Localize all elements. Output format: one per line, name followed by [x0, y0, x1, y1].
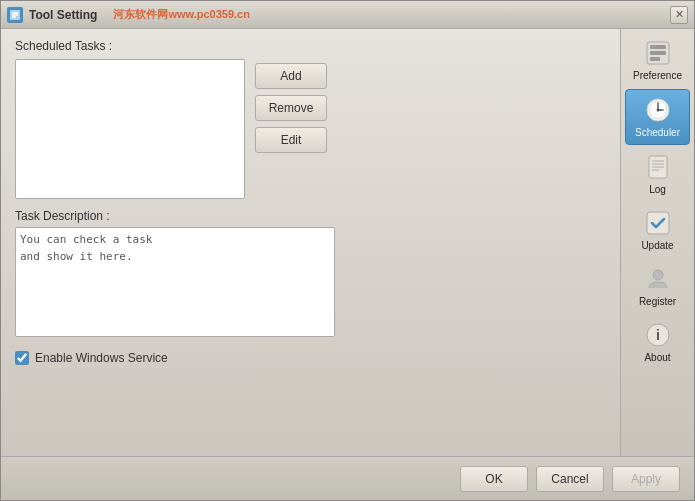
cancel-button[interactable]: Cancel — [536, 466, 604, 492]
about-icon: i — [644, 321, 672, 349]
main-panel: Scheduled Tasks : Add Remove Edit Task D… — [1, 29, 620, 456]
app-icon — [7, 7, 23, 23]
enable-service-checkbox[interactable] — [15, 351, 29, 365]
sidebar-item-update[interactable]: Update — [625, 203, 690, 257]
update-label: Update — [641, 240, 673, 251]
watermark-text: 河东软件网www.pc0359.cn — [113, 7, 250, 22]
svg-rect-7 — [650, 57, 660, 61]
scheduled-tasks-label: Scheduled Tasks : — [15, 39, 606, 53]
register-icon — [644, 265, 672, 293]
window-title: Tool Setting — [29, 8, 97, 22]
register-label: Register — [639, 296, 676, 307]
add-button[interactable]: Add — [255, 63, 327, 89]
sidebar-item-preference[interactable]: Preference — [625, 33, 690, 87]
content-area: Scheduled Tasks : Add Remove Edit Task D… — [1, 29, 694, 456]
sidebar-item-register[interactable]: Register — [625, 259, 690, 313]
enable-service-row: Enable Windows Service — [15, 351, 606, 365]
title-bar: Tool Setting 河东软件网www.pc0359.cn ✕ — [1, 1, 694, 29]
sidebar-item-scheduler[interactable]: Scheduler — [625, 89, 690, 145]
enable-service-label: Enable Windows Service — [35, 351, 168, 365]
bottom-bar: OK Cancel Apply — [1, 456, 694, 500]
scheduler-label: Scheduler — [635, 127, 680, 138]
sidebar-item-about[interactable]: i About — [625, 315, 690, 369]
svg-point-12 — [656, 109, 659, 112]
log-icon — [644, 153, 672, 181]
about-label: About — [644, 352, 670, 363]
sidebar-item-log[interactable]: Log — [625, 147, 690, 201]
tasks-row: Add Remove Edit — [15, 59, 606, 199]
apply-button[interactable]: Apply — [612, 466, 680, 492]
remove-button[interactable]: Remove — [255, 95, 327, 121]
tasks-listbox[interactable] — [15, 59, 245, 199]
main-window: Tool Setting 河东软件网www.pc0359.cn ✕ Schedu… — [0, 0, 695, 501]
svg-rect-5 — [650, 45, 666, 49]
svg-point-19 — [653, 270, 663, 280]
svg-rect-6 — [650, 51, 666, 55]
edit-button[interactable]: Edit — [255, 127, 327, 153]
sidebar: Preference Scheduler — [620, 29, 694, 456]
update-icon — [644, 209, 672, 237]
scheduler-icon — [644, 96, 672, 124]
task-description-label: Task Description : — [15, 209, 606, 223]
log-label: Log — [649, 184, 666, 195]
ok-button[interactable]: OK — [460, 466, 528, 492]
title-bar-left: Tool Setting 河东软件网www.pc0359.cn — [7, 7, 250, 23]
preference-icon — [644, 39, 672, 67]
preference-label: Preference — [633, 70, 682, 81]
close-button[interactable]: ✕ — [670, 6, 688, 24]
svg-text:i: i — [656, 327, 660, 343]
tasks-buttons: Add Remove Edit — [255, 63, 327, 199]
task-description-box[interactable] — [15, 227, 335, 337]
svg-rect-18 — [647, 212, 669, 234]
